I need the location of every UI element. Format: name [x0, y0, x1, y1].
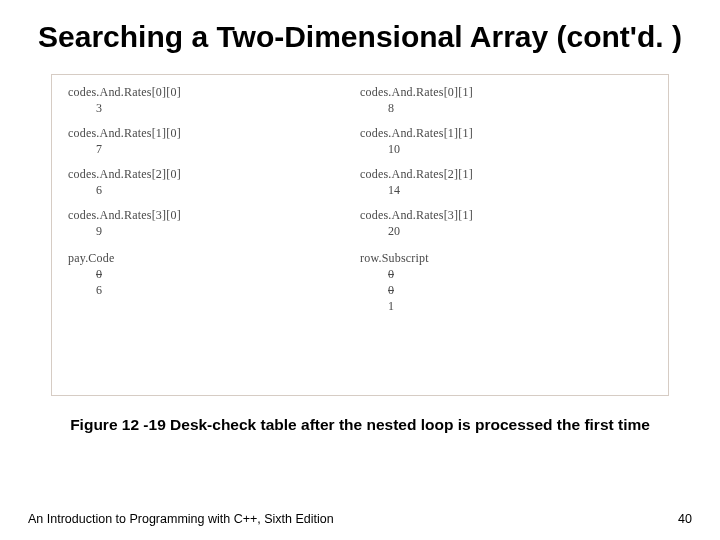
figure-caption: Figure 12 -19 Desk-check table after the…	[28, 416, 692, 434]
figure-box: codes.And.Rates[0][0] 3 codes.And.Rates[…	[51, 74, 669, 396]
entry-value-strike: 0	[96, 267, 102, 281]
entry: codes.And.Rates[1][0] 7	[68, 126, 360, 157]
entry-label: codes.And.Rates[3][0]	[68, 208, 360, 223]
entry-value-strike: 0	[388, 283, 394, 297]
entry: codes.And.Rates[0][1] 8	[360, 85, 652, 116]
entry-label: codes.And.Rates[0][1]	[360, 85, 652, 100]
entry-label: codes.And.Rates[1][1]	[360, 126, 652, 141]
entry-label: codes.And.Rates[2][0]	[68, 167, 360, 182]
entry: codes.And.Rates[3][1] 20	[360, 208, 652, 239]
slide: Searching a Two-Dimensional Array (cont'…	[0, 0, 720, 540]
entry: row.Subscript 0 0 1	[360, 251, 652, 314]
entry-label: codes.And.Rates[1][0]	[68, 126, 360, 141]
figure-columns: codes.And.Rates[0][0] 3 codes.And.Rates[…	[68, 85, 652, 387]
slide-footer: An Introduction to Programming with C++,…	[28, 512, 692, 526]
footer-text: An Introduction to Programming with C++,…	[28, 512, 334, 526]
entry-label: codes.And.Rates[0][0]	[68, 85, 360, 100]
entry: pay.Code 0 6	[68, 251, 360, 298]
entry-label: codes.And.Rates[2][1]	[360, 167, 652, 182]
entry-value: 1	[360, 299, 652, 314]
figure-col-left: codes.And.Rates[0][0] 3 codes.And.Rates[…	[68, 85, 360, 387]
entry-value: 14	[360, 183, 652, 198]
entry-value: 0	[360, 283, 652, 298]
entry-value: 0	[68, 267, 360, 282]
figure-col-right: codes.And.Rates[0][1] 8 codes.And.Rates[…	[360, 85, 652, 387]
entry: codes.And.Rates[2][0] 6	[68, 167, 360, 198]
entry-value: 6	[68, 283, 360, 298]
entry-label: row.Subscript	[360, 251, 652, 266]
entry: codes.And.Rates[1][1] 10	[360, 126, 652, 157]
entry: codes.And.Rates[2][1] 14	[360, 167, 652, 198]
entry-value: 3	[68, 101, 360, 116]
entry-value: 6	[68, 183, 360, 198]
entry-label: pay.Code	[68, 251, 360, 266]
entry-value: 20	[360, 224, 652, 239]
entry-value: 10	[360, 142, 652, 157]
slide-title: Searching a Two-Dimensional Array (cont'…	[28, 18, 692, 56]
entry-label: codes.And.Rates[3][1]	[360, 208, 652, 223]
entry: codes.And.Rates[3][0] 9	[68, 208, 360, 239]
page-number: 40	[678, 512, 692, 526]
entry-value: 8	[360, 101, 652, 116]
entry-value: 7	[68, 142, 360, 157]
entry: codes.And.Rates[0][0] 3	[68, 85, 360, 116]
entry-value-strike: 0	[388, 267, 394, 281]
entry-value: 9	[68, 224, 360, 239]
entry-value: 0	[360, 267, 652, 282]
